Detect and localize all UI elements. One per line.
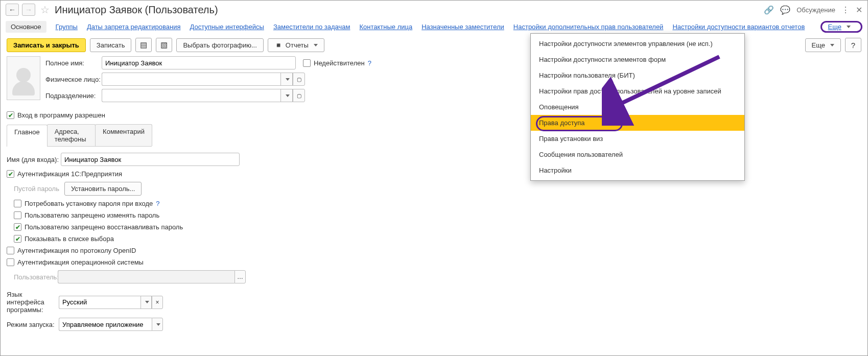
nav-link-contacts[interactable]: Контактные лица [359,23,412,31]
mode-combo[interactable] [59,318,163,331]
deny-restore-label: Пользователю запрещено восстанавливать п… [25,223,183,231]
auth-openid-label: Аутентификация по протоколу OpenID [17,247,136,254]
login-label: Имя (для входа): [7,156,61,163]
person-label: Физическое лицо: [45,76,102,83]
require-pwd-checkbox[interactable] [14,200,21,207]
discussion-label[interactable]: Обсуждение [796,6,835,14]
dd-item[interactable]: Настройки [531,162,744,178]
avatar-placeholder[interactable] [7,56,40,100]
nav-link-dates[interactable]: Даты запрета редактирования [87,23,181,31]
chevron-down-icon [847,26,851,28]
lang-clear-icon[interactable]: × [152,296,163,309]
reports-button[interactable]: ◾ Отчеты [268,38,324,52]
dept-open-icon[interactable]: ▢ [293,89,305,102]
choose-photo-button[interactable]: Выбрать фотографию... [176,38,263,52]
auth-os-label: Аутентификация операционной системы [17,258,144,266]
full-name-label: Полное имя: [45,59,102,67]
comment-icon-button[interactable]: ▧ [156,38,172,52]
invalid-label: Недействителен [314,59,365,67]
empty-pwd-label: Пустой пароль [14,185,59,193]
auth-1c-label: Аутентификация 1С:Предприятия [17,170,122,178]
nav-link-assigned-subs[interactable]: Назначенные заместители [421,23,504,31]
deny-change-label: Пользователю запрещено изменять пароль [25,211,159,219]
save-button[interactable]: Записать [90,38,132,52]
mode-dropdown-icon[interactable] [152,318,163,331]
reports-label: Отчеты [286,41,309,49]
auth-1c-checkbox[interactable] [7,170,14,178]
tab-addresses[interactable]: Адреса, телефоны [47,124,96,146]
dept-input[interactable] [102,89,280,102]
window-header: ← → ☆ Инициатор Заявок (Пользователь) 🔗 … [1,1,867,18]
favorite-star-icon[interactable]: ☆ [40,4,50,16]
auth-os-checkbox[interactable] [7,258,14,266]
nav-link-report-variants[interactable]: Настройки доступности вариантов отчетов [672,23,805,31]
reports-icon: ◾ [274,41,283,49]
discussion-icon[interactable]: 💬 [780,5,790,15]
auth-openid-checkbox[interactable] [7,247,14,254]
require-pwd-hint-icon[interactable]: ? [156,200,159,207]
dept-label: Подразделение: [45,92,102,100]
help-button[interactable]: ? [845,38,861,52]
nav-tab-active[interactable]: Основное [6,21,46,33]
svg-line-1 [612,57,719,108]
person-open-icon[interactable]: ▢ [293,73,305,86]
tab-comment[interactable]: Комментарий [95,124,152,146]
deny-restore-checkbox[interactable] [14,223,21,231]
show-in-list-label: Показывать в списке выбора [25,235,114,243]
os-user-label: Пользователь: [14,273,58,281]
chevron-down-icon [830,44,834,46]
mode-input[interactable] [59,318,152,331]
mode-label: Режим запуска: [7,321,59,328]
properties-icon-button[interactable]: ▤ [135,38,152,52]
person-combo[interactable]: ▢ [102,73,305,86]
toolbar-more-button[interactable]: Еще [805,38,841,52]
save-close-button[interactable]: Записать и закрыть [7,38,86,52]
deny-change-checkbox[interactable] [14,211,21,219]
nav-link-groups[interactable]: Группы [56,23,78,31]
back-button[interactable]: ← [6,4,19,16]
os-user-combo: … [58,270,246,283]
page-title: Инициатор Заявок (Пользователь) [55,4,218,16]
lang-label-1: Язык интерфейса [7,291,59,306]
show-in-list-checkbox[interactable] [14,235,21,243]
os-user-browse-icon[interactable]: … [234,270,246,283]
dd-item[interactable]: Права установки виз [531,131,744,147]
lang-input[interactable] [59,296,140,309]
lang-label-2: программы: [7,306,59,314]
invalid-checkbox[interactable] [303,59,311,67]
os-user-input [58,270,234,283]
kebab-menu-icon[interactable]: ⋮ [841,5,850,15]
lang-combo[interactable]: × [59,296,163,309]
full-name-input[interactable] [102,56,296,69]
dd-item[interactable]: Настройки доступности элементов управлен… [531,36,744,52]
close-icon[interactable]: ✕ [856,5,862,15]
forward-button[interactable]: → [22,4,35,16]
nav-link-substitutes-tasks[interactable]: Заместители по задачам [273,23,350,31]
chevron-down-icon [314,44,318,46]
nav-more-label: Еще [828,23,841,31]
login-allowed-checkbox[interactable] [7,111,14,119]
dd-item[interactable]: Сообщения пользователей [531,147,744,162]
lang-dropdown-icon[interactable] [140,296,152,309]
person-dropdown-icon[interactable] [280,73,293,86]
nav-link-interfaces[interactable]: Доступные интерфейсы [190,23,264,31]
detail-tabs: Главное Адреса, телефоны Комментарий [7,124,152,147]
login-input[interactable] [61,153,240,166]
nav-more-pill[interactable]: Еще [820,21,862,33]
nav-link-extra-rights[interactable]: Настройки дополнительных прав пользовате… [513,23,664,31]
require-pwd-label: Потребовать установку пароля при входе [25,200,153,207]
invalid-hint-icon[interactable]: ? [368,59,371,67]
login-allowed-label: Вход в программу разрешен [17,111,105,119]
toolbar-more-label: Еще [812,41,825,49]
person-input[interactable] [102,73,280,86]
set-password-button[interactable]: Установить пароль... [64,182,142,196]
link-icon[interactable]: 🔗 [764,5,774,15]
annotation-arrow [602,54,730,126]
dept-dropdown-icon[interactable] [280,89,293,102]
dept-combo[interactable]: ▢ [102,89,305,102]
tab-main[interactable]: Главное [7,125,48,147]
